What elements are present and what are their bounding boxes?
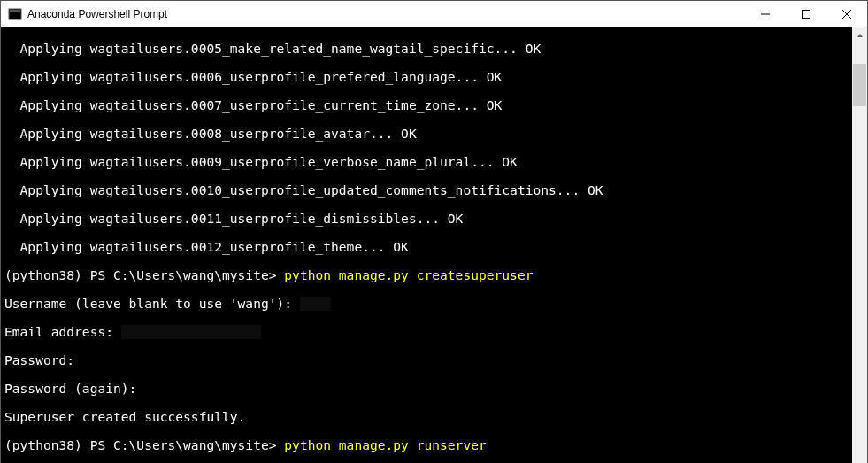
minimize-button[interactable]	[745, 1, 786, 27]
prompt: (python38) PS C:\Users\wang\mysite>	[4, 437, 284, 452]
terminal-line: Applying wagtailusers.0012_userprofile_t…	[4, 240, 852, 254]
terminal-line: Superuser created successfully.	[4, 410, 852, 424]
window: Anaconda Powershell Prompt Applying wagt…	[0, 0, 868, 463]
terminal-line: (python38) PS C:\Users\wang\mysite> pyth…	[4, 268, 852, 282]
svg-rect-1	[10, 10, 20, 12]
terminal-line: Applying wagtailusers.0010_userprofile_u…	[4, 183, 852, 197]
vertical-scrollbar[interactable]	[852, 27, 867, 463]
terminal-line: (python38) PS C:\Users\wang\mysite> pyth…	[4, 438, 852, 452]
scrollbar-thumb[interactable]	[853, 64, 866, 106]
terminal-line: Applying wagtailusers.0011_userprofile_d…	[4, 212, 852, 226]
window-controls	[745, 1, 867, 27]
prompt: (python38) PS C:\Users\wang\mysite>	[4, 267, 284, 282]
terminal-line: Applying wagtailusers.0009_userprofile_v…	[4, 155, 852, 169]
terminal-line: Password (again):	[4, 382, 852, 396]
app-icon	[8, 7, 22, 21]
maximize-button[interactable]	[786, 1, 826, 27]
username-prompt: Username (leave blank to use 'wang'):	[4, 296, 300, 311]
svg-rect-3	[803, 10, 810, 18]
scroll-up-arrow-icon[interactable]	[852, 27, 867, 42]
terminal-line: Applying wagtailusers.0008_userprofile_a…	[4, 127, 852, 141]
window-title: Anaconda Powershell Prompt	[27, 8, 167, 20]
svg-marker-6	[857, 34, 863, 37]
content-wrap: Applying wagtailusers.0005_make_related_…	[1, 27, 867, 463]
email-prompt: Email address:	[4, 324, 121, 339]
close-button[interactable]	[826, 1, 867, 27]
terminal-line: Email address: xxxxxxxxxxxxxxxxxx	[4, 325, 852, 339]
terminal-line: Applying wagtailusers.0007_userprofile_c…	[4, 98, 852, 112]
command: python manage.py createsuperuser	[284, 267, 533, 282]
terminal-line: Password:	[4, 353, 852, 367]
redacted-input: xxxx	[300, 297, 331, 311]
scrollbar-track[interactable]	[852, 42, 867, 463]
redacted-input: xxxxxxxxxxxxxxxxxx	[121, 325, 261, 339]
titlebar[interactable]: Anaconda Powershell Prompt	[1, 1, 867, 27]
terminal-line: Applying wagtailusers.0006_userprofile_p…	[4, 70, 852, 84]
terminal-line: Username (leave blank to use 'wang'): xx…	[4, 297, 852, 311]
terminal[interactable]: Applying wagtailusers.0005_make_related_…	[1, 27, 852, 463]
terminal-line: Applying wagtailusers.0005_make_related_…	[4, 42, 852, 56]
command: python manage.py runserver	[284, 437, 486, 452]
